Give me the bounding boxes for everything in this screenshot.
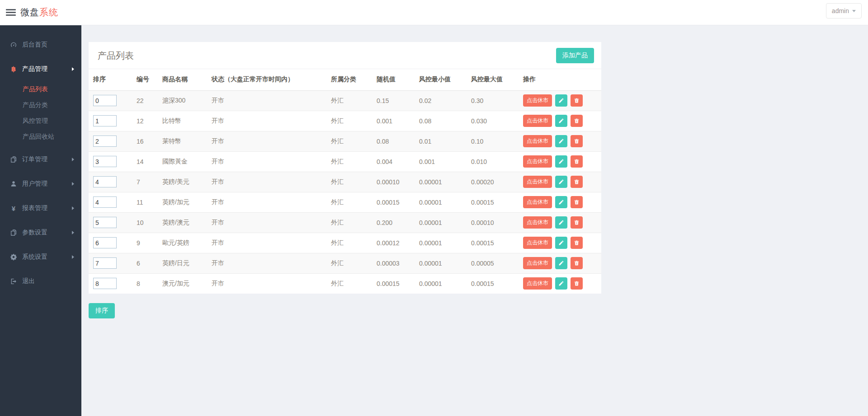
sort-input[interactable] — [93, 257, 117, 269]
edit-button[interactable] — [555, 216, 567, 229]
edit-button[interactable] — [555, 115, 567, 127]
delete-button[interactable] — [571, 216, 583, 229]
sidebar-item-label: 参数设置 — [22, 229, 47, 237]
sort-cell — [89, 131, 132, 151]
delete-button[interactable] — [571, 176, 583, 188]
actions-cell: 点击休市 — [519, 212, 601, 233]
trash-icon — [574, 260, 580, 266]
sidebar-item-risk-management[interactable]: 风控管理 — [0, 113, 81, 129]
sidebar-item-product-category[interactable]: 产品分类 — [0, 97, 81, 113]
add-product-button[interactable]: 添加产品 — [556, 48, 594, 63]
sidebar-item-product-list[interactable]: 产品列表 — [0, 81, 81, 97]
sidebar-item-order-management[interactable]: 订单管理 — [0, 147, 81, 172]
edit-button[interactable] — [555, 257, 567, 269]
edit-button[interactable] — [555, 277, 567, 290]
edit-button[interactable] — [555, 176, 567, 188]
random-value-cell: 0.00003 — [372, 253, 415, 273]
gears-icon — [8, 253, 19, 261]
random-value-cell: 0.00015 — [372, 273, 415, 294]
sort-input[interactable] — [93, 196, 117, 208]
close-market-button[interactable]: 点击休市 — [523, 155, 552, 168]
risk-max-cell: 0.00015 — [467, 273, 519, 294]
sidebar-item-product-management[interactable]: ฿ 产品管理 — [0, 57, 81, 81]
sidebar-item-label: 后台首页 — [22, 41, 47, 49]
close-market-button[interactable]: 点击休市 — [523, 277, 552, 290]
edit-button[interactable] — [555, 155, 567, 168]
sort-input[interactable] — [93, 115, 117, 126]
sidebar-item-user-management[interactable]: 用户管理 — [0, 172, 81, 196]
close-market-button[interactable]: 点击休市 — [523, 237, 552, 249]
category-cell: 外汇 — [326, 131, 372, 151]
sort-input[interactable] — [93, 136, 117, 147]
random-value-cell: 0.200 — [372, 212, 415, 233]
menu-toggle-icon[interactable] — [6, 8, 16, 18]
edit-button[interactable] — [555, 94, 567, 107]
actions-cell: 点击休市 — [519, 233, 601, 253]
random-value-cell: 0.001 — [372, 111, 415, 131]
delete-button[interactable] — [571, 196, 583, 208]
product-list-card: 产品列表 添加产品 排序 编号 商品名稱 状态（大盘正常开市时间内） 所属分类 … — [89, 42, 601, 294]
col-header-risk-min: 风控最小值 — [415, 69, 467, 90]
sort-input[interactable] — [93, 95, 117, 106]
delete-button[interactable] — [571, 257, 583, 269]
top-header: 微盘系统 admin — [0, 0, 868, 25]
category-cell: 外汇 — [326, 233, 372, 253]
trash-icon — [574, 220, 580, 225]
trash-icon — [574, 179, 580, 185]
pencil-icon — [558, 260, 564, 266]
logo-text-primary: 微盘 — [20, 7, 39, 17]
delete-button[interactable] — [571, 237, 583, 249]
delete-button[interactable] — [571, 115, 583, 127]
risk-max-cell: 0.030 — [467, 111, 519, 131]
risk-min-cell: 0.08 — [415, 111, 467, 131]
sort-input[interactable] — [93, 156, 117, 167]
user-dropdown[interactable]: admin — [826, 3, 862, 19]
product-name-cell: 澳元/加元 — [158, 273, 207, 294]
close-market-button[interactable]: 点击休市 — [523, 115, 552, 127]
close-market-button[interactable]: 点击休市 — [523, 176, 552, 188]
risk-max-cell: 0.00020 — [467, 172, 519, 192]
status-cell: 开市 — [207, 131, 326, 151]
risk-min-cell: 0.02 — [415, 90, 467, 111]
pencil-icon — [558, 138, 564, 144]
delete-button[interactable] — [571, 94, 583, 107]
sidebar-item-report-management[interactable]: ¥ 报表管理 — [0, 196, 81, 220]
product-id-cell: 11 — [132, 192, 158, 212]
delete-button[interactable] — [571, 135, 583, 147]
category-cell: 外汇 — [326, 111, 372, 131]
product-name-cell: 英鎊/澳元 — [158, 212, 207, 233]
product-id-cell: 8 — [132, 273, 158, 294]
pencil-icon — [558, 159, 564, 164]
sort-submit-button[interactable]: 排序 — [89, 303, 115, 318]
close-market-button[interactable]: 点击休市 — [523, 196, 552, 208]
random-value-cell: 0.00010 — [372, 172, 415, 192]
delete-button[interactable] — [571, 155, 583, 168]
sort-input[interactable] — [93, 237, 117, 248]
table-row: 11 英鎊/加元 开市 外汇 0.00015 0.00001 0.00015 点… — [89, 192, 601, 212]
close-market-button[interactable]: 点击休市 — [523, 135, 552, 147]
edit-button[interactable] — [555, 196, 567, 208]
sort-input[interactable] — [93, 278, 117, 289]
edit-button[interactable] — [555, 135, 567, 147]
sidebar-item-logout[interactable]: 退出 — [0, 269, 81, 294]
pencil-icon — [558, 199, 564, 205]
sidebar-item-product-recycle-bin[interactable]: 产品回收站 — [0, 129, 81, 145]
sidebar-item-parameter-settings[interactable]: 参数设置 — [0, 220, 81, 245]
edit-button[interactable] — [555, 237, 567, 249]
sort-input[interactable] — [93, 217, 117, 228]
card-header: 产品列表 添加产品 — [89, 42, 601, 69]
sidebar-item-system-settings[interactable]: 系统设置 — [0, 245, 81, 269]
delete-button[interactable] — [571, 277, 583, 290]
sort-input[interactable] — [93, 176, 117, 187]
product-name-cell: 英鎊/美元 — [158, 172, 207, 192]
sidebar-item-dashboard[interactable]: 后台首页 — [0, 33, 81, 57]
trash-icon — [574, 240, 580, 246]
product-id-cell: 14 — [132, 151, 158, 172]
page-title: 产品列表 — [98, 50, 134, 62]
close-market-button[interactable]: 点击休市 — [523, 257, 552, 269]
close-market-button[interactable]: 点击休市 — [523, 216, 552, 229]
product-table-body: 22 滬深300 开市 外汇 0.15 0.02 0.30 点击休市 — [89, 90, 601, 294]
pencil-icon — [558, 98, 564, 103]
random-value-cell: 0.00015 — [372, 192, 415, 212]
close-market-button[interactable]: 点击休市 — [523, 94, 552, 107]
